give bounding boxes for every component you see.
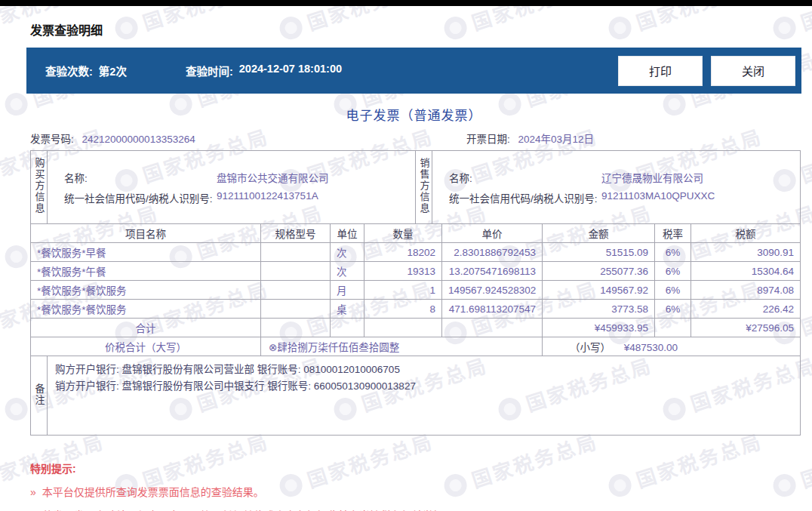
- invoice-check-page: 发票查验明细 查验次数: 第2次 查验时间: 2024-12-07 18:01:…: [0, 6, 812, 511]
- col-header-tax-rate: 税率: [655, 224, 691, 243]
- seller-details: 名称: 辽宁德晟物业有限公司 统一社会信用代码/纳税人识别号: 91211103…: [432, 151, 801, 224]
- col-header-item-name: 项目名称: [31, 224, 261, 243]
- sum-small-value: ¥487530.00: [624, 342, 678, 353]
- item-tax-rate: 6%: [655, 262, 691, 281]
- bullet-icon: »: [30, 486, 36, 498]
- col-header-unit: 单位: [331, 224, 364, 243]
- notice-title: 特别提示:: [30, 460, 801, 476]
- sum-small-cell: （小写） ¥487530.00: [543, 337, 801, 356]
- item-name: *餐饮服务*餐饮服务: [31, 281, 261, 300]
- col-header-price: 单价: [442, 224, 543, 243]
- buyer-side-cell: 购买方信息: [31, 151, 48, 224]
- remarks-side-cell: 备注: [31, 356, 48, 436]
- notice-item-text: 本平台仅提供所查询发票票面信息的查验结果。: [42, 486, 264, 498]
- check-time-value: 2024-12-07 18:01:00: [239, 63, 342, 78]
- item-unit: 月: [331, 281, 364, 300]
- invoice-date: 开票日期: 2024年03月12日: [466, 131, 594, 146]
- buyer-name-value: 盘锦市公共交通有限公司: [217, 170, 411, 185]
- check-count: 查验次数: 第2次: [45, 63, 127, 78]
- item-name: *餐饮服务*餐饮服务: [31, 300, 261, 319]
- item-unit: 次: [331, 243, 364, 262]
- buyer-taxid-row: 统一社会信用代码/纳税人识别号: 91211100122413751A: [64, 190, 411, 205]
- table-row: *餐饮服务*餐饮服务 月 1 149567.924528302 149567.9…: [31, 281, 801, 300]
- item-spec: [261, 300, 331, 319]
- total-qty-empty: [364, 319, 442, 337]
- item-amount: 255077.36: [543, 262, 655, 281]
- seller-name-value: 辽宁德晟物业有限公司: [601, 170, 795, 185]
- buyer-details: 名称: 盘锦市公共交通有限公司 统一社会信用代码/纳税人识别号: 9121110…: [48, 151, 416, 224]
- item-amount: 149567.92: [543, 281, 655, 300]
- item-spec: [261, 243, 331, 262]
- item-unit: 桌: [331, 300, 364, 319]
- invoice-date-label: 开票日期:: [466, 134, 510, 145]
- check-time-label: 查验时间:: [186, 63, 233, 78]
- buyer-name-row: 名称: 盘锦市公共交通有限公司: [64, 170, 411, 185]
- check-count-label: 查验次数:: [45, 63, 93, 78]
- invoice-number-label: 发票号码:: [30, 134, 74, 145]
- remarks-content: 购方开户银行: 盘锦银行股份有限公司营业部 银行账号: 081000120100…: [48, 356, 801, 436]
- buyer-taxid-value: 91211100122413751A: [217, 190, 411, 205]
- item-tax-rate: 6%: [655, 281, 691, 300]
- item-price: 471.698113207547: [442, 300, 543, 319]
- item-tax: 15304.64: [691, 262, 801, 281]
- table-row: *餐饮服务*午餐 次 19313 13.2075471698113 255077…: [31, 262, 801, 281]
- item-qty: 18202: [364, 243, 442, 262]
- sum-row: 价税合计（大写） ⊗肆拾捌万柒仟伍佰叁拾圆整 （小写） ¥487530.00: [31, 337, 801, 356]
- total-spec-empty: [261, 319, 331, 337]
- total-amount: ¥459933.95: [543, 319, 655, 337]
- total-unit-empty: [331, 319, 364, 337]
- remarks-side-label: 备注: [32, 383, 47, 406]
- sum-small-label: （小写）: [570, 342, 611, 353]
- sum-in-words: ⊗肆拾捌万柒仟伍佰叁拾圆整: [261, 337, 543, 356]
- total-taxrate-empty: [655, 319, 691, 337]
- item-amount: 3773.58: [543, 300, 655, 319]
- items-header-row: 项目名称 规格型号 单位 数量 单价 金额 税率 税额: [31, 224, 801, 243]
- item-tax-rate: 6%: [655, 243, 691, 262]
- item-tax-rate: 6%: [655, 300, 691, 319]
- col-header-tax: 税额: [691, 224, 801, 243]
- page-title: 发票查验明细: [30, 20, 801, 38]
- table-row: *餐饮服务*餐饮服务 桌 8 471.698113207547 3773.58 …: [31, 300, 801, 319]
- col-header-amount: 金额: [543, 224, 655, 243]
- item-qty: 1: [364, 281, 442, 300]
- toolbar: 查验次数: 第2次 查验时间: 2024-12-07 18:01:00 打印 关…: [26, 48, 801, 94]
- seller-side-label: 销售方信息: [417, 158, 432, 214]
- buyer-side-label: 购买方信息: [32, 158, 47, 214]
- party-info-table: 购买方信息 名称: 盘锦市公共交通有限公司 统一社会信用代码/纳税人识别号: 9…: [30, 150, 801, 224]
- item-qty: 8: [364, 300, 442, 319]
- item-tax: 3090.91: [691, 243, 801, 262]
- item-amount: 51515.09: [543, 243, 655, 262]
- seller-taxid-value: 91211103MA10QPUXXC: [601, 190, 795, 205]
- print-button[interactable]: 打印: [618, 56, 703, 86]
- item-tax: 8974.08: [691, 281, 801, 300]
- item-name: *餐饮服务*早餐: [31, 243, 261, 262]
- buyer-taxid-label: 统一社会信用代码/纳税人识别号:: [64, 190, 217, 205]
- remark-buyer-bank: 购方开户银行: 盘锦银行股份有限公司营业部 银行账号: 081000120100…: [55, 362, 792, 378]
- notice-item: »若发现发票查验结果与实际交易不符，任何单位或个人有权拒收并向当地税务机关举报。: [30, 507, 801, 511]
- seller-name-label: 名称:: [449, 170, 601, 185]
- total-row: 合计 ¥459933.95 ¥27596.05: [31, 319, 801, 337]
- total-label: 合计: [31, 319, 261, 337]
- item-price: 2.8301886792453: [442, 243, 543, 262]
- item-price: 13.2075471698113: [442, 262, 543, 281]
- invoice-type-title: 电子发票（普通发票）: [26, 105, 801, 124]
- remark-seller-bank: 销方开户银行: 盘锦银行股份有限公司中银支行 银行账号: 66005013090…: [55, 378, 792, 395]
- table-row: *餐饮服务*早餐 次 18202 2.8301886792453 51515.0…: [31, 243, 801, 262]
- seller-name-row: 名称: 辽宁德晟物业有限公司: [449, 170, 795, 185]
- notice-item: »本平台仅提供所查询发票票面信息的查验结果。: [30, 484, 801, 499]
- seller-taxid-row: 统一社会信用代码/纳税人识别号: 91211103MA10QPUXXC: [449, 190, 795, 205]
- invoice-number: 发票号码: 24212000000013353264: [30, 134, 195, 145]
- check-time: 查验时间: 2024-12-07 18:01:00: [186, 63, 342, 78]
- total-tax: ¥27596.05: [691, 319, 801, 337]
- invoice-number-value: 24212000000013353264: [82, 134, 195, 145]
- item-spec: [261, 281, 331, 300]
- toolbar-buttons: 打印 关闭: [618, 56, 795, 86]
- close-button[interactable]: 关闭: [711, 56, 795, 86]
- items-table: 项目名称 规格型号 单位 数量 单价 金额 税率 税额 *餐饮服务*早餐 次 1…: [30, 223, 801, 356]
- item-qty: 19313: [364, 262, 442, 281]
- col-header-spec: 规格型号: [261, 224, 331, 243]
- item-price: 149567.924528302: [442, 281, 543, 300]
- check-count-value: 第2次: [99, 63, 127, 78]
- invoice-meta: 发票号码: 24212000000013353264 开票日期: 2024年03…: [30, 131, 801, 149]
- item-tax: 226.42: [691, 300, 801, 319]
